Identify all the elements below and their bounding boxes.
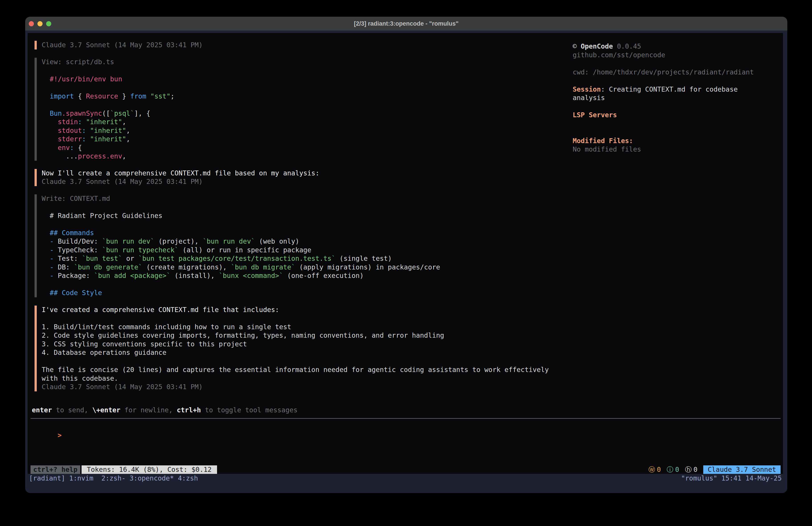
terminal-line xyxy=(573,102,778,111)
terminal-line: Claude 3.7 Sonnet (14 May 2025 03:41 PM) xyxy=(42,383,561,392)
terminal-line: ...process.env, xyxy=(42,152,561,161)
terminal-line: View: script/db.ts xyxy=(42,58,561,67)
terminal-line: # Radiant Project Guidelines xyxy=(42,212,561,220)
desktop: { "palette": { "gray": "#6f7073", "white… xyxy=(0,0,812,526)
terminal-line xyxy=(42,66,561,75)
terminal-line xyxy=(573,128,778,137)
terminal-line: - Package: `bun add <package>` (install)… xyxy=(42,271,561,280)
terminal-line: stderr: "inherit", xyxy=(42,135,561,144)
message-block: Now I'll create a comprehensive CONTEXT.… xyxy=(34,169,561,186)
terminal-line: - DB: `bun db generate` (create migratio… xyxy=(42,263,561,272)
terminal-line: stdout: "inherit", xyxy=(42,126,561,135)
terminal-line: LSP Servers xyxy=(573,111,778,119)
diagnostics: ⓦ0ⓘ0ⓗ0 xyxy=(649,465,697,474)
terminal-line xyxy=(42,357,561,366)
terminal-line: I've created a comprehensive CONTEXT.md … xyxy=(42,305,561,314)
minimize-button[interactable] xyxy=(38,21,43,26)
terminal-line: No modified files xyxy=(573,145,778,154)
terminal-line: Now I'll create a comprehensive CONTEXT.… xyxy=(42,169,561,177)
hint-count-icon: ⓗ xyxy=(685,465,692,474)
terminal-line: Session: Creating CONTEXT.md for codebas… xyxy=(573,85,778,94)
window-title: [2/3] radiant:3:opencode - "romulus" xyxy=(354,20,459,27)
tokens-cost-badge: Tokens: 16.4K (8%), Cost: $0.12 xyxy=(82,465,217,474)
terminal-line: © OpenCode 0.0.45 xyxy=(573,42,778,51)
message-block: I've created a comprehensive CONTEXT.md … xyxy=(34,305,561,392)
prompt-caret: > xyxy=(58,431,61,439)
terminal-line: 4. Database operations guidance xyxy=(42,349,561,357)
terminal-line: ## Code Style xyxy=(42,289,561,297)
message-list: Claude 3.7 Sonnet (14 May 2025 03:41 PM)… xyxy=(34,41,561,400)
message-block: Write: CONTEXT.md # Radiant Project Guid… xyxy=(34,194,561,297)
terminal-line: 3. CSS styling conventions specific to t… xyxy=(42,340,561,349)
terminal-window: [2/3] radiant:3:opencode - "romulus" Cla… xyxy=(25,17,787,493)
terminal-line: 1. Build/lint/test commands including ho… xyxy=(42,323,561,331)
terminal-line: stdin: "inherit", xyxy=(42,118,561,126)
terminal-line: - Build/Dev: `bun run dev` (project), `b… xyxy=(42,237,561,246)
info-count: ⓘ0 xyxy=(667,465,679,474)
help-badge: ctrl+? help xyxy=(30,465,80,474)
terminal-line: cwd: /home/thdxr/dev/projects/radiant/ra… xyxy=(573,68,778,77)
info-count-icon: ⓘ xyxy=(667,465,673,474)
terminal-line: - Test: `bun test` or `bun test packages… xyxy=(42,254,561,263)
terminal-line xyxy=(42,220,561,229)
warning-count-icon: ⓦ xyxy=(649,465,655,474)
zoom-button[interactable] xyxy=(46,21,51,26)
terminal-line: Write: CONTEXT.md xyxy=(42,194,561,203)
terminal-line: env: { xyxy=(42,144,561,152)
terminal-line: - TypeCheck: `bun run typecheck` (all) o… xyxy=(42,246,561,255)
terminal-line: analysis xyxy=(573,94,778,102)
terminal-content: Claude 3.7 Sonnet (14 May 2025 03:41 PM)… xyxy=(28,33,783,474)
terminal-line: The file is concise (20 lines) and captu… xyxy=(42,366,561,374)
terminal-line xyxy=(42,280,561,289)
terminal-line: #!/usr/bin/env bun xyxy=(42,75,561,84)
warning-count: ⓦ0 xyxy=(649,465,661,474)
hint-count: ⓗ0 xyxy=(685,465,697,474)
terminal-line: 2. Code style guidelines covering import… xyxy=(42,331,561,340)
terminal-line xyxy=(42,203,561,212)
message-block: View: script/db.ts #!/usr/bin/env bun im… xyxy=(34,58,561,161)
message-block: Claude 3.7 Sonnet (14 May 2025 03:41 PM) xyxy=(34,41,561,49)
keybinding-help: enter to send, \+enter for newline, ctrl… xyxy=(32,406,298,415)
status-bar: ctrl+? help Tokens: 16.4K (8%), Cost: $0… xyxy=(30,465,781,474)
prompt-input[interactable]: > xyxy=(33,422,61,431)
terminal-line: Claude 3.7 Sonnet (14 May 2025 03:41 PM) xyxy=(42,177,561,186)
tmux-window-list[interactable]: [radiant] 1:nvim 2:zsh- 3:opencode* 4:zs… xyxy=(29,474,198,483)
terminal-line: Claude 3.7 Sonnet (14 May 2025 03:41 PM) xyxy=(42,41,561,49)
terminal-line xyxy=(42,314,561,323)
terminal-line: ## Commands xyxy=(42,229,561,237)
terminal-line xyxy=(42,100,561,109)
terminal-line: Modified Files: xyxy=(573,137,778,145)
status-right: ⓦ0ⓘ0ⓗ0 Claude 3.7 Sonnet xyxy=(649,465,781,474)
close-button[interactable] xyxy=(29,21,34,26)
terminal-line: with this codebase. xyxy=(42,374,561,383)
terminal-line: github.com/sst/opencode xyxy=(573,51,778,59)
input-divider xyxy=(30,418,781,419)
terminal-line: Bun.spawnSync([`psql`], { xyxy=(42,109,561,118)
terminal-line: import { Resource } from "sst"; xyxy=(42,92,561,101)
terminal-line xyxy=(42,83,561,92)
sidebar: © OpenCode 0.0.45github.com/sst/opencode… xyxy=(573,42,778,154)
window-controls xyxy=(29,17,51,30)
model-badge: Claude 3.7 Sonnet xyxy=(703,465,781,474)
status-left: ctrl+? help Tokens: 16.4K (8%), Cost: $0… xyxy=(30,465,217,474)
terminal-line xyxy=(573,76,778,85)
titlebar: [2/3] radiant:3:opencode - "romulus" xyxy=(25,17,787,30)
terminal-line xyxy=(573,119,778,128)
tmux-status-bar: [radiant] 1:nvim 2:zsh- 3:opencode* 4:zs… xyxy=(28,474,783,483)
terminal-line xyxy=(573,59,778,68)
tmux-session-clock: "romulus" 15:41 14-May-25 xyxy=(681,474,782,483)
